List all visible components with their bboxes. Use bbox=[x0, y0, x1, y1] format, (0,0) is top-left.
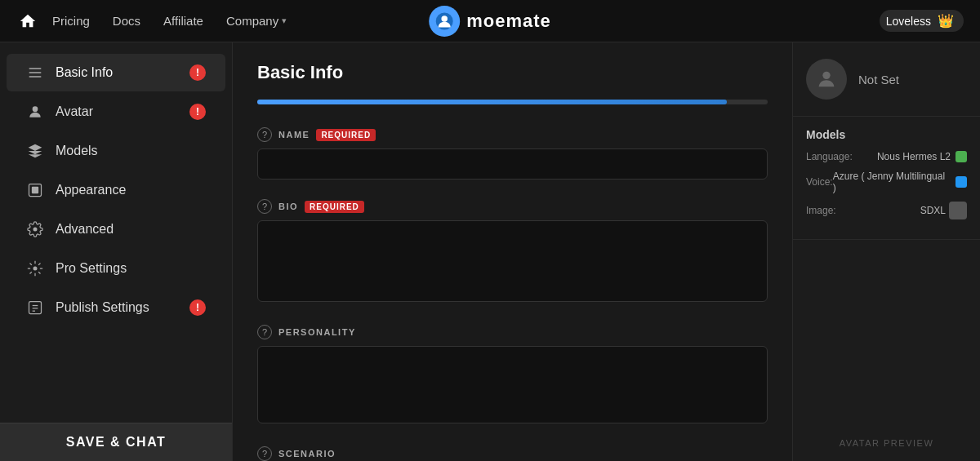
voice-value: Azure ( Jenny Multilingual ) bbox=[833, 171, 951, 193]
voice-row: Voice: Azure ( Jenny Multilingual ) bbox=[806, 171, 967, 193]
sidebar-item-publish-settings[interactable]: Publish Settings ! bbox=[7, 289, 225, 326]
svg-point-8 bbox=[33, 228, 38, 232]
publish-settings-icon bbox=[26, 299, 44, 317]
language-value: Nous Hermes L2 bbox=[877, 151, 951, 162]
sidebar-items: Basic Info ! Avatar ! bbox=[0, 42, 232, 423]
personality-textarea[interactable] bbox=[257, 346, 768, 423]
publish-settings-alert: ! bbox=[189, 299, 206, 316]
sidebar-label-appearance: Appearance bbox=[56, 183, 206, 197]
svg-point-14 bbox=[822, 72, 830, 79]
svg-rect-10 bbox=[29, 302, 42, 314]
svg-point-5 bbox=[33, 106, 38, 112]
sidebar-label-basic-info: Basic Info bbox=[56, 65, 178, 80]
progress-bar-fill bbox=[257, 100, 727, 104]
nav-pricing[interactable]: Pricing bbox=[52, 14, 90, 28]
sidebar-item-basic-info[interactable]: Basic Info ! bbox=[7, 54, 225, 91]
bio-field: ? BIO REQUIRED bbox=[257, 199, 768, 305]
name-info-icon[interactable]: ? bbox=[257, 127, 272, 142]
crown-icon: 👑 bbox=[938, 13, 954, 29]
save-chat-button[interactable]: SAVE & CHAT bbox=[0, 423, 232, 461]
logo-text: moemate bbox=[466, 11, 551, 32]
sidebar-label-pro-settings: Pro Settings bbox=[56, 261, 206, 276]
chevron-down-icon: ▾ bbox=[282, 16, 287, 26]
user-menu[interactable]: Loveless 👑 bbox=[880, 10, 964, 32]
sidebar-item-appearance[interactable]: Appearance bbox=[7, 171, 225, 209]
bio-textarea[interactable] bbox=[257, 220, 768, 302]
avatar-preview-section: AVATAR PREVIEW bbox=[793, 240, 980, 461]
pro-settings-icon bbox=[26, 259, 44, 277]
image-row: Image: SDXL bbox=[806, 202, 967, 219]
sidebar-label-publish-settings: Publish Settings bbox=[56, 300, 178, 315]
image-thumbnail bbox=[949, 202, 967, 219]
nav-affiliate[interactable]: Affiliate bbox=[163, 14, 203, 28]
scenario-field: ? SCENARIO bbox=[257, 446, 768, 461]
main-content: Basic Info ? NAME REQUIRED ? BIO REQUIRE… bbox=[233, 42, 792, 461]
right-panel: Not Set Models Language: Nous Hermes L2 … bbox=[792, 42, 980, 461]
scenario-info-icon[interactable]: ? bbox=[257, 446, 272, 461]
bio-label-row: ? BIO REQUIRED bbox=[257, 199, 768, 214]
progress-bar-container bbox=[257, 100, 768, 104]
avatar-section: Not Set bbox=[793, 42, 980, 117]
avatar-placeholder bbox=[806, 59, 847, 100]
svg-point-1 bbox=[441, 16, 448, 22]
logo: moemate bbox=[429, 6, 551, 37]
bio-label: BIO bbox=[278, 202, 298, 211]
sidebar-item-avatar[interactable]: Avatar ! bbox=[7, 93, 225, 131]
models-icon bbox=[26, 142, 44, 160]
svg-point-9 bbox=[33, 267, 38, 271]
nav-company[interactable]: Company ▾ bbox=[226, 14, 287, 28]
language-row: Language: Nous Hermes L2 bbox=[806, 151, 967, 162]
voice-key: Voice: bbox=[806, 176, 833, 188]
language-key: Language: bbox=[806, 151, 853, 162]
name-input[interactable] bbox=[257, 148, 768, 180]
models-title: Models bbox=[806, 128, 967, 141]
image-value: SDXL bbox=[920, 205, 946, 216]
name-required-badge: REQUIRED bbox=[316, 129, 376, 141]
svg-rect-2 bbox=[29, 68, 42, 69]
bio-required-badge: REQUIRED bbox=[305, 201, 364, 213]
svg-rect-7 bbox=[32, 187, 38, 193]
top-navigation: Pricing Docs Affiliate Company ▾ moemate… bbox=[0, 0, 980, 42]
user-name: Loveless bbox=[886, 15, 931, 28]
main-layout: Basic Info ! Avatar ! bbox=[0, 42, 980, 461]
language-status-dot bbox=[956, 151, 967, 162]
personality-label: PERSONALITY bbox=[278, 327, 356, 337]
page-title: Basic Info bbox=[257, 62, 768, 83]
sidebar-label-advanced: Advanced bbox=[56, 222, 206, 237]
home-button[interactable] bbox=[16, 10, 39, 33]
sidebar-label-avatar: Avatar bbox=[56, 104, 178, 119]
scenario-label: SCENARIO bbox=[278, 449, 336, 459]
nav-docs[interactable]: Docs bbox=[113, 14, 140, 28]
advanced-icon bbox=[26, 220, 44, 238]
models-section: Models Language: Nous Hermes L2 Voice: A… bbox=[793, 117, 980, 240]
personality-info-icon[interactable]: ? bbox=[257, 325, 272, 339]
bio-info-icon[interactable]: ? bbox=[257, 199, 272, 214]
avatar-alert: ! bbox=[189, 104, 206, 120]
scenario-label-row: ? SCENARIO bbox=[257, 446, 768, 461]
avatar-icon bbox=[26, 103, 44, 121]
sidebar-label-models: Models bbox=[56, 144, 206, 158]
appearance-icon bbox=[26, 181, 44, 199]
sidebar-item-pro-settings[interactable]: Pro Settings bbox=[7, 250, 225, 287]
personality-field: ? PERSONALITY bbox=[257, 325, 768, 427]
svg-rect-4 bbox=[29, 76, 42, 78]
personality-label-row: ? PERSONALITY bbox=[257, 325, 768, 339]
nav-company-label: Company bbox=[226, 14, 278, 28]
basic-info-alert: ! bbox=[189, 64, 206, 81]
name-label: NAME bbox=[278, 130, 310, 140]
name-label-row: ? NAME REQUIRED bbox=[257, 127, 768, 142]
sidebar-item-advanced[interactable]: Advanced bbox=[7, 211, 225, 248]
voice-status-dot bbox=[956, 176, 967, 188]
svg-rect-3 bbox=[29, 72, 42, 73]
avatar-preview-label: AVATAR PREVIEW bbox=[840, 438, 934, 448]
sidebar: Basic Info ! Avatar ! bbox=[0, 42, 233, 461]
logo-icon bbox=[429, 6, 460, 37]
sidebar-item-models[interactable]: Models bbox=[7, 132, 225, 170]
name-field: ? NAME REQUIRED bbox=[257, 127, 768, 180]
list-icon bbox=[26, 64, 44, 82]
image-key: Image: bbox=[806, 205, 836, 216]
avatar-not-set-label: Not Set bbox=[858, 73, 899, 86]
